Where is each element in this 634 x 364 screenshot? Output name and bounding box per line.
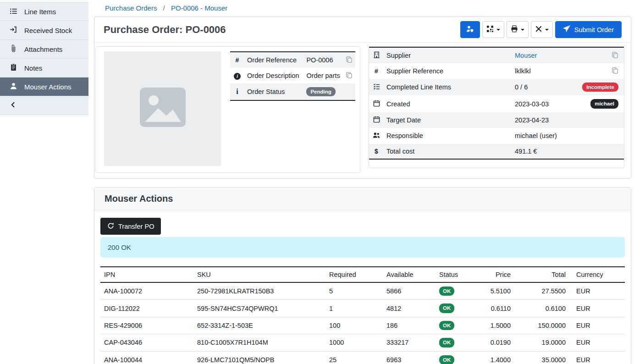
order-panel-header: Purchase Order: PO-0006	[94, 17, 631, 43]
cell-available: 6963	[383, 351, 436, 364]
copy-button[interactable]	[612, 67, 618, 74]
clipboard-icon	[10, 63, 17, 72]
list-icon	[10, 7, 17, 17]
info-icon: i	[236, 88, 238, 95]
table-row: i Order Status Pending	[230, 83, 355, 100]
cell-currency: EUR	[569, 300, 625, 317]
table-row: # Order Reference PO-0006	[230, 52, 355, 68]
sidebar-item-mouser-actions[interactable]: Mouser Actions	[0, 77, 88, 96]
cell-total: 0.6100	[514, 300, 569, 317]
order-image-placeholder[interactable]	[104, 51, 221, 166]
status-badge: Pending	[306, 87, 335, 96]
sidebar-item-received-stock[interactable]: Received Stock	[0, 21, 88, 40]
supplier-details-table: Supplier Mouser # Supplier Reference lkl…	[369, 47, 624, 160]
sidebar-item-line-items[interactable]: Line Items	[0, 2, 88, 21]
image-placeholder-icon	[136, 85, 189, 132]
sidebar-collapse-button[interactable]	[0, 96, 88, 115]
table-row: ANA-100044 926-LMC7101QM5/NOPB 25 6963 O…	[100, 351, 625, 364]
breadcrumb-link-current-order[interactable]: PO-0006 - Mouser	[171, 4, 227, 12]
qrcode-icon	[486, 25, 494, 34]
sidebar-item-label: Attachments	[24, 45, 62, 53]
users-icon	[373, 133, 380, 140]
column-header-currency: Currency	[569, 267, 625, 282]
cell-sku: 652-3314Z-1-503E	[193, 317, 325, 334]
table-row: $ Total cost 491.1 €	[369, 144, 624, 159]
hash-icon: #	[375, 67, 378, 75]
cell-price: 0.0190	[481, 334, 514, 351]
submit-order-label: Submit Order	[574, 26, 614, 33]
cell-ipn: CAP-043046	[100, 334, 193, 351]
ok-badge: OK	[439, 355, 454, 364]
user-shield-button[interactable]	[460, 21, 480, 38]
sidebar-item-label: Received Stock	[24, 27, 72, 34]
table-row: CAP-043046 810-C1005X7R1H104M 1000 33321…	[100, 334, 625, 351]
detail-label: Order Description	[244, 68, 303, 83]
cell-required: 100	[325, 317, 383, 334]
submit-order-button[interactable]: Submit Order	[555, 21, 622, 38]
caret-down-icon	[496, 29, 500, 31]
cell-ipn: ANA-100044	[100, 351, 193, 364]
breadcrumb: Purchase Orders / PO-0006 - Mouser	[94, 0, 631, 17]
ok-badge: OK	[439, 287, 454, 296]
ok-badge: OK	[439, 303, 454, 313]
column-header-available: Available	[383, 267, 436, 282]
cell-sku: 810-C1005X7R1H104M	[193, 334, 325, 351]
table-row: # Supplier Reference lklklkl	[369, 63, 624, 79]
table-row: i Order Description Order parts	[230, 68, 355, 83]
caret-down-icon	[521, 29, 524, 31]
detail-value: PO-0006	[303, 52, 343, 68]
copy-button[interactable]	[346, 72, 353, 78]
cell-price: 0.6110	[481, 300, 514, 317]
info-icon: i	[234, 73, 241, 80]
column-header-total: Total	[514, 267, 569, 282]
print-actions-button[interactable]	[507, 21, 529, 38]
send-icon	[563, 25, 570, 34]
cell-required: 1000	[325, 334, 383, 351]
column-header-sku: SKU	[193, 267, 325, 282]
detail-label: Order Status	[244, 83, 303, 100]
cell-currency: EUR	[569, 317, 625, 334]
detail-label: Responsible	[384, 128, 512, 144]
copy-button[interactable]	[612, 51, 618, 58]
table-row: Supplier Mouser	[369, 47, 624, 63]
cell-price: 1.4000	[481, 351, 514, 364]
dollar-icon: $	[375, 148, 378, 155]
detail-label: Completed Line Items	[384, 79, 512, 95]
list-check-icon	[373, 84, 380, 91]
cell-total: 150.0000	[514, 317, 569, 334]
sidebar-item-notes[interactable]: Notes	[0, 59, 88, 77]
column-header-status: Status	[436, 267, 481, 282]
cell-ipn: DIG-112022	[100, 300, 193, 317]
cell-available: 5866	[383, 282, 436, 300]
detail-label: Supplier Reference	[384, 63, 512, 79]
app-layout: Line Items Received Stock Attachments No…	[0, 0, 634, 364]
cell-required: 25	[325, 351, 383, 364]
breadcrumb-link-purchase-orders[interactable]: Purchase Orders	[105, 4, 157, 12]
table-row: Completed Line Items 0 / 6 Incomplete	[369, 79, 624, 95]
cell-required: 5	[325, 282, 383, 300]
order-details-table: # Order Reference PO-0006 i Order Descri…	[230, 51, 355, 101]
main-content: Purchase Orders / PO-0006 - Mouser Purch…	[88, 0, 634, 364]
copy-button[interactable]	[346, 56, 353, 63]
detail-value: lklklkl	[512, 63, 569, 79]
mouser-actions-header: Mouser Actions	[94, 188, 631, 210]
transfer-po-button[interactable]: Transfer PO	[100, 218, 161, 235]
sidebar-item-attachments[interactable]: Attachments	[0, 40, 88, 59]
column-header-required: Required	[325, 267, 383, 282]
table-row: Created 2023-03-03 michael	[369, 95, 624, 112]
sidebar-item-label: Line Items	[24, 8, 56, 16]
tools-icon	[535, 25, 542, 34]
detail-value: Order parts	[303, 68, 343, 83]
cell-currency: EUR	[569, 282, 625, 300]
cell-ipn: ANA-100072	[100, 282, 193, 300]
column-header-ipn: IPN	[100, 267, 193, 282]
caret-down-icon	[545, 29, 549, 31]
barcode-actions-button[interactable]	[482, 21, 504, 38]
chevron-left-icon	[10, 101, 17, 110]
supplier-link[interactable]: Mouser	[515, 52, 537, 59]
order-actions-button[interactable]	[531, 21, 553, 38]
cell-sku: 250-72981KLRATR150B3	[193, 282, 325, 300]
mouser-actions-panel: Mouser Actions Transfer PO 200 OK IPN SK…	[94, 187, 631, 364]
page-title: Purchase Order: PO-0006	[104, 24, 226, 36]
cell-available: 186	[383, 317, 436, 334]
